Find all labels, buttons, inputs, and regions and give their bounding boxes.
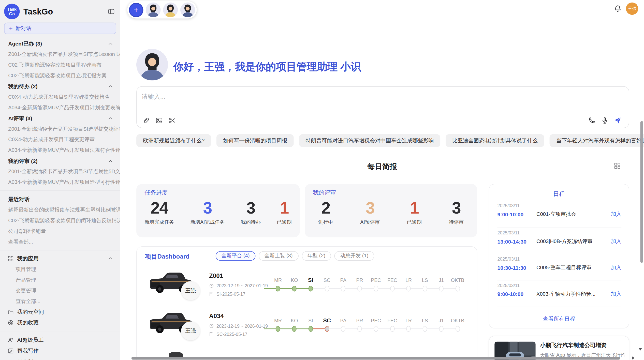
sidebar-item-my-apps[interactable]: 我的应用 — [0, 253, 120, 264]
sidebar-item[interactable]: C02-飞腾新能源轻客改款项目立项汇报方案 — [0, 70, 120, 81]
milestone-timeline: MRKOSISCPAPRPECFECLRLSJ1OKTB — [270, 277, 467, 284]
add-agent-button[interactable]: + — [129, 3, 143, 17]
milestone-timeline: MRKOSISCPAPRPECFECLRLSJ1OKTB — [270, 317, 467, 324]
view-all-schedule[interactable]: 查看所有日程 — [489, 315, 629, 323]
microphone-icon[interactable] — [601, 117, 608, 124]
section-agent-done[interactable]: Agent已办 (3) — [0, 38, 120, 49]
join-button[interactable]: 加入 — [611, 290, 621, 298]
sidebar-item-help-write[interactable]: 帮我写作 — [0, 345, 120, 356]
sidebar-item[interactable]: Z001-全新燃油轻卡产品开发项目SI节点属性5D文件评审 — [0, 166, 120, 177]
app-item-product-mgmt[interactable]: 产品管理 — [0, 275, 120, 285]
help-write-label: 帮我写作 — [17, 347, 39, 354]
recent-chat-item[interactable]: 解释最新出台的欧盟报废车法规再生塑料比例被调至15%... — [0, 204, 120, 215]
filter-upfit[interactable]: 全新上装 (3) — [259, 251, 298, 261]
join-button[interactable]: 加入 — [611, 264, 621, 271]
voice-call-icon[interactable] — [589, 117, 595, 124]
join-button[interactable]: 加入 — [611, 211, 621, 218]
section-my-todo[interactable]: 我的待办 (2) — [0, 81, 120, 92]
image-icon[interactable] — [156, 117, 163, 124]
horizontal-scrollbar-thumb[interactable] — [131, 357, 620, 359]
flag-icon — [209, 332, 214, 337]
app-item-project-mgmt[interactable]: 项目管理 — [0, 264, 120, 275]
filter-model-year[interactable]: 年型 (2) — [302, 251, 331, 261]
view-all-apps[interactable]: 查看全部... — [0, 296, 120, 307]
agent-avatar-3[interactable] — [180, 3, 195, 17]
main-area: + 王强 你好，王强，我是你的项目管理助理 小识 — [120, 0, 644, 360]
attachment-icon[interactable] — [142, 117, 149, 124]
project-flag: SC-2025-05-17 — [209, 332, 247, 337]
sidebar-item[interactable]: C0X4-动力总成开发项目工程变更评审 — [0, 134, 120, 145]
pen-nib-icon — [8, 359, 14, 360]
stat-in-progress: 2进行中 — [318, 199, 333, 226]
sidebar-item[interactable]: Z001-全新燃油轻卡产品开发项目SI造型提交物评审 — [0, 124, 120, 134]
creative-draw-label: 创意制图 — [17, 358, 39, 360]
chevron-up-icon — [108, 84, 113, 89]
suggestion-chip[interactable]: 如何写一份清晰的项目周报 — [216, 134, 294, 147]
scroll-right-arrow[interactable] — [632, 356, 635, 360]
sidebar-item-creative-draw[interactable]: 创意制图 — [0, 356, 120, 360]
new-chat-button[interactable]: + 新对话 — [4, 23, 116, 34]
sidebar-item[interactable]: A034-全新新能源MUV产品开发项目造型可行性评审 — [0, 177, 120, 188]
task-progress-card: 任务进度 24新增完成任务 3新增AI完成任务 3我的待办 1已逾期 — [136, 184, 300, 237]
sidebar-item[interactable]: A034-全新新能源MUV产品开发项目法规符合性评审 — [0, 145, 120, 156]
join-button[interactable]: 加入 — [611, 238, 621, 245]
section-my-review[interactable]: 我的评审 (2) — [0, 156, 120, 166]
schedule-meeting-title: C001-立项审批会 — [536, 211, 607, 218]
scroll-down-arrow[interactable] — [639, 348, 642, 351]
divider — [0, 250, 120, 250]
sidebar-item-ai-employee[interactable]: AI超级员工 — [0, 334, 120, 345]
schedule-item: 2025/03/11 10:30-11:30 C005-整车工程目标评审 加入 — [497, 257, 622, 271]
scissors-icon[interactable] — [169, 117, 176, 124]
schedule-time: 9:00-10:00 — [497, 211, 536, 217]
suggestion-chip[interactable]: 欧洲新规最近颁布了什么? — [136, 134, 211, 147]
stat-new-done: 24新增完成任务 — [144, 199, 174, 226]
sidebar-item[interactable]: C02-飞腾新能源轻客改款项目里程碑画布 — [0, 59, 120, 70]
suggestion-chip[interactable]: 当下年轻人对汽车外观有怎样的喜好趋势 — [550, 134, 644, 147]
chat-composer[interactable] — [136, 86, 629, 128]
greeting-text: 你好，王强，我是你的项目管理助理 小识 — [173, 60, 361, 73]
project-row-a034[interactable]: 王强 A034 2023-12-19 ~ 2026-01-19 SC-2025-… — [137, 306, 477, 346]
sidebar-item-favorites[interactable]: 我的收藏 — [0, 317, 120, 328]
news-card[interactable]: 小鹏飞行汽车制造公司增资 天眼查 App 显示，近日广州汇天飞行汽... — [489, 336, 629, 360]
chevron-up-icon — [108, 116, 113, 121]
app-item-change-mgmt[interactable]: 变更管理 — [0, 285, 120, 296]
stat-overdue: 1已逾期 — [277, 199, 292, 226]
sidebar-item[interactable]: Z001-全新燃油皮卡产品开发项目SI节点Lesson Learn报告 — [0, 49, 120, 59]
notification-bell-icon[interactable] — [614, 5, 621, 12]
filter-powertrain[interactable]: 动总开发 (1) — [334, 251, 374, 261]
section-ai-review[interactable]: AI评审 (3) — [0, 113, 120, 124]
schedule-item: 2025/03/11 9:00-10:00 X003-车辆动力学性能验... 加… — [497, 283, 622, 298]
recent-chat-item[interactable]: C02-飞腾新能源轻客改款项目的闭环通告反馈情况 — [0, 215, 120, 226]
agent-avatar-1[interactable] — [146, 3, 160, 17]
sidebar-item-cloud-space[interactable]: 我的云空间 — [0, 307, 120, 317]
chevron-up-icon — [108, 159, 113, 163]
vertical-scrollbar-thumb[interactable] — [640, 121, 643, 263]
suggestion-chip[interactable]: 比亚迪全固态电池计划具体说了什么 — [446, 134, 544, 147]
collapse-sidebar-icon[interactable] — [107, 7, 115, 16]
send-icon[interactable] — [614, 117, 621, 124]
ai-employee-icon — [8, 337, 14, 343]
user-avatar[interactable]: 王强 — [626, 3, 638, 15]
project-dates: 2023-12-19 ~ 2027-01-19 — [209, 283, 268, 288]
schedule-title: 日程 — [489, 190, 629, 198]
layout-grid-icon[interactable] — [614, 162, 621, 169]
filter-all-platform[interactable]: 全新平台 (4) — [216, 251, 255, 261]
schedule-date: 2025/03/11 — [497, 257, 622, 261]
user-name: 王强 — [628, 6, 636, 12]
schedule-time: 10:30-11:30 — [497, 265, 536, 271]
owner-badge: 王强 — [181, 281, 200, 300]
grid-icon — [8, 256, 14, 262]
agent-avatar-2[interactable] — [163, 3, 178, 17]
view-all-chats[interactable]: 查看全部... — [0, 236, 120, 247]
dashboard-filters: 全新平台 (4) 全新上装 (3) 年型 (2) 动总开发 (1) — [216, 251, 374, 261]
sidebar-item[interactable]: A034-全新新能源MUV产品开发项目计划变更表编写 — [0, 102, 120, 113]
section-label: 最近对话 — [8, 196, 30, 203]
recent-chat-item[interactable]: 公司Q3轻卡销量 — [0, 226, 120, 236]
divider — [0, 190, 120, 191]
app-title: TaskGo — [23, 7, 107, 16]
stat-review-overdue: 1已逾期 — [407, 199, 422, 226]
chat-input[interactable] — [141, 92, 470, 100]
suggestion-chip[interactable]: 特朗普可能对进口汽车增税会对中国车企造成哪些影响 — [299, 134, 440, 147]
sidebar-item[interactable]: C0X4-动力总成开发项目SI里程碑提交物检查 — [0, 92, 120, 102]
project-row-z001[interactable]: 王强 Z001 2023-12-19 ~ 2027-01-19 SI-2025-… — [137, 266, 477, 306]
